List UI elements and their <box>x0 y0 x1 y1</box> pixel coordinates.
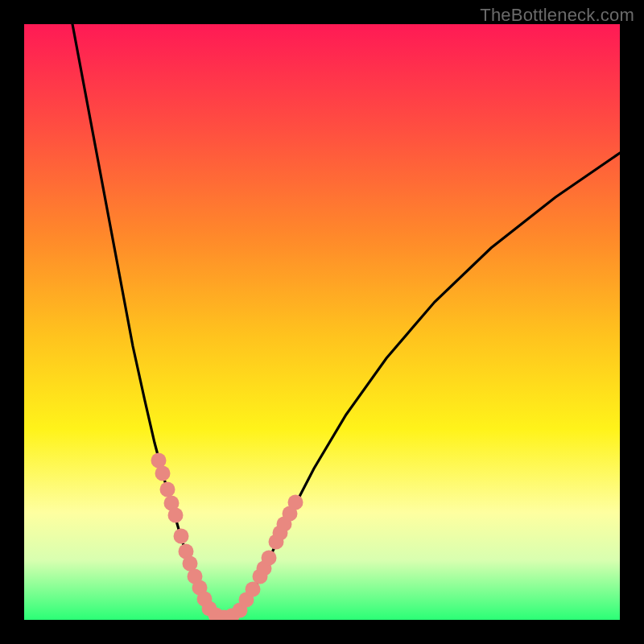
highlight-dot <box>168 508 184 523</box>
highlight-dot <box>155 466 171 481</box>
chart-frame: TheBottleneck.com <box>0 0 644 644</box>
highlight-dots-left <box>151 453 240 621</box>
curve-svg <box>24 24 620 620</box>
curve-right-segment <box>242 153 620 610</box>
highlight-dot <box>288 495 303 510</box>
highlight-dots-right <box>233 495 303 618</box>
highlight-dot <box>246 582 261 597</box>
highlight-dot <box>160 482 175 497</box>
highlight-dot <box>262 551 277 566</box>
watermark-label: TheBottleneck.com <box>480 5 634 26</box>
highlight-dot <box>174 529 189 544</box>
plot-area <box>24 24 620 620</box>
bottleneck-curve <box>72 24 620 618</box>
curve-left-segment <box>72 24 209 610</box>
